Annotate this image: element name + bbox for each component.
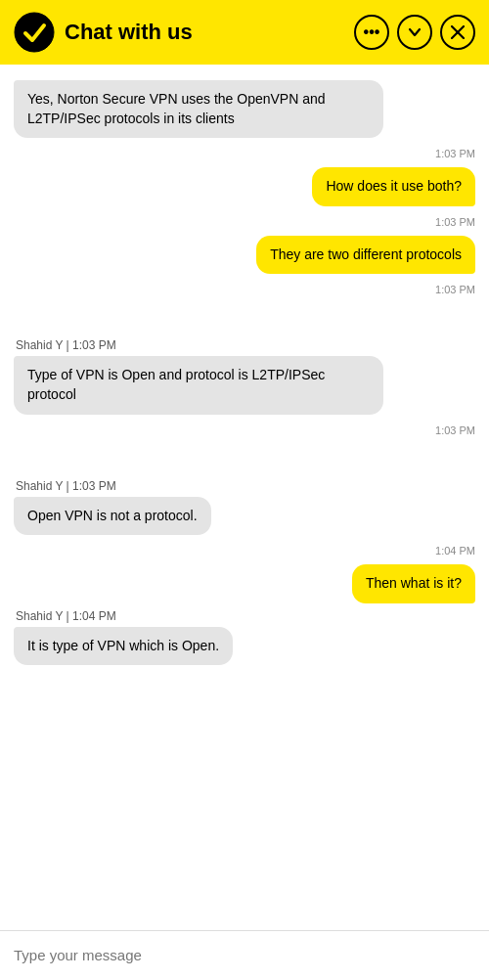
chat-area: Yes, Norton Secure VPN uses the OpenVPN … [0,65,489,930]
timestamp: 1:03 PM [14,148,475,159]
user-bubble: They are two different protocols [256,236,475,275]
agent-message: Shahid Y | 1:03 PMOpen VPN is not a prot… [14,479,475,536]
user-bubble: Then what is it? [352,564,475,603]
norton-logo [14,12,55,53]
user-message: They are two different protocols [14,236,475,275]
header-actions: ••• [354,15,475,50]
agent-meta: Shahid Y | 1:03 PM [14,479,116,493]
chat-header: Chat with us ••• [0,0,489,65]
agent-message: Yes, Norton Secure VPN uses the OpenVPN … [14,80,475,138]
more-options-button[interactable]: ••• [354,15,389,50]
agent-message: Shahid Y | 1:04 PMIt is type of VPN whic… [14,609,475,666]
agent-bubble: It is type of VPN which is Open. [14,627,233,666]
timestamp: 1:03 PM [14,216,475,228]
user-message: How does it use both? [14,167,475,206]
spacer [14,321,475,333]
user-message: Then what is it? [14,564,475,603]
agent-bubble: Open VPN is not a protocol. [14,497,211,536]
close-button[interactable] [440,15,475,50]
spacer [14,444,475,456]
chat-footer [0,930,489,980]
agent-bubble: Type of VPN is Open and protocol is L2TP… [14,356,383,414]
spacer [14,462,475,473]
timestamp: 1:03 PM [14,284,475,295]
user-bubble: How does it use both? [312,167,475,206]
agent-meta: Shahid Y | 1:04 PM [14,609,116,623]
agent-bubble: Yes, Norton Secure VPN uses the OpenVPN … [14,80,383,138]
minimize-button[interactable] [397,15,432,50]
timestamp: 1:03 PM [14,424,475,436]
agent-message: Shahid Y | 1:03 PMType of VPN is Open an… [14,338,475,414]
agent-meta: Shahid Y | 1:03 PM [14,338,116,352]
header-title: Chat with us [65,20,354,45]
svg-point-0 [15,13,54,52]
chevron-down-icon [407,24,422,40]
timestamp: 1:04 PM [14,545,475,557]
close-icon [451,25,465,39]
spacer [14,303,475,315]
message-input[interactable] [14,947,475,963]
